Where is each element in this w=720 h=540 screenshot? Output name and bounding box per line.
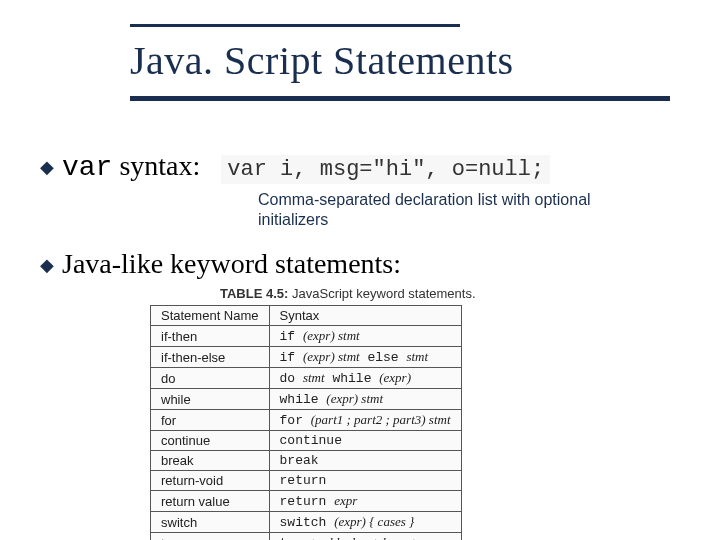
table-row: breakbreak [151,451,462,471]
stmt-name: switch [151,512,270,533]
bullet-diamond-icon: ◆ [40,156,54,178]
stmt-name: if-then [151,326,270,347]
stmt-name: break [151,451,270,471]
stmt-syntax: try try-block catch-part [269,533,461,541]
stmt-syntax: break [269,451,461,471]
stmt-syntax: continue [269,431,461,451]
title-rule-bottom [130,96,670,101]
title-block: Java. Script Statements [130,24,670,101]
stmt-syntax: return [269,471,461,491]
stmt-syntax: if (expr) stmt else stmt [269,347,461,368]
table-row: if-thenif (expr) stmt [151,326,462,347]
table-row: return-voidreturn [151,471,462,491]
bullet-rest: syntax: [112,150,200,181]
stmt-syntax: return expr [269,491,461,512]
table-row: forfor (part1 ; part2 ; part3) stmt [151,410,462,431]
stmt-name: try [151,533,270,541]
table-caption-text: JavaScript keyword statements. [288,286,475,301]
table-row: return valuereturn expr [151,491,462,512]
bullet-java-like: ◆ Java-like keyword statements: [40,248,680,280]
bullet-diamond-icon: ◆ [40,254,54,276]
title-rule-top [130,24,460,27]
stmt-name: for [151,410,270,431]
bullet-text: Java-like keyword statements: [62,248,401,280]
stmt-name: if-then-else [151,347,270,368]
stmt-syntax: while (expr) stmt [269,389,461,410]
table-header-name: Statement Name [151,306,270,326]
table-row: trytry try-block catch-part [151,533,462,541]
stmt-name: do [151,368,270,389]
stmt-name: continue [151,431,270,451]
stmt-syntax: do stmt while (expr) [269,368,461,389]
stmt-syntax: for (part1 ; part2 ; part3) stmt [269,410,461,431]
table-row: dodo stmt while (expr) [151,368,462,389]
var-note: Comma-separated declaration list with op… [258,190,598,230]
table-caption: TABLE 4.5: JavaScript keyword statements… [220,286,680,301]
table-caption-label: TABLE 4.5: [220,286,288,301]
stmt-syntax: if (expr) stmt [269,326,461,347]
var-example-code: var i, msg="hi", o=null; [221,155,550,184]
keyword-table: Statement Name Syntax if-thenif (expr) s… [150,305,462,540]
bullet-var-syntax: ◆ var syntax: var i, msg="hi", o=null; [40,150,680,184]
slide-title: Java. Script Statements [130,37,670,84]
stmt-syntax: switch (expr) { cases } [269,512,461,533]
keyword-table-wrap: TABLE 4.5: JavaScript keyword statements… [150,286,680,540]
bullet-text: var syntax: var i, msg="hi", o=null; [62,150,550,184]
var-keyword: var [62,152,112,183]
table-row: if-then-elseif (expr) stmt else stmt [151,347,462,368]
table-header-syntax: Syntax [269,306,461,326]
table-row: whilewhile (expr) stmt [151,389,462,410]
table-row: switchswitch (expr) { cases } [151,512,462,533]
stmt-name: return-void [151,471,270,491]
stmt-name: return value [151,491,270,512]
stmt-name: while [151,389,270,410]
table-header-row: Statement Name Syntax [151,306,462,326]
table-row: continuecontinue [151,431,462,451]
slide-body: ◆ var syntax: var i, msg="hi", o=null; C… [40,150,680,540]
